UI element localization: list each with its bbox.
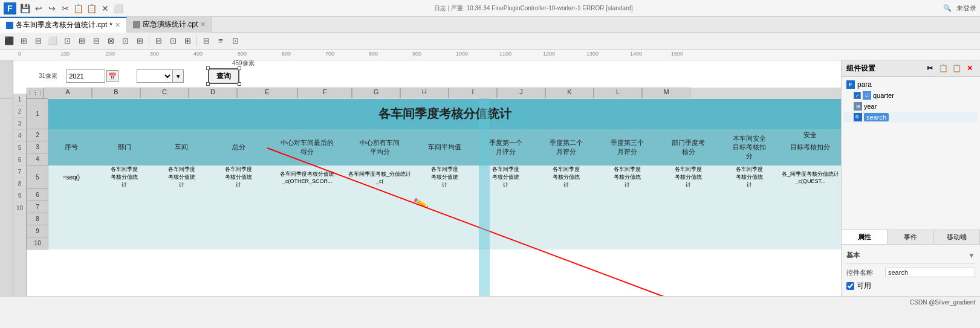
login-status[interactable]: 未登录 bbox=[956, 4, 976, 13]
row-num-2[interactable]: 2 bbox=[13, 106, 26, 118]
row-hdr-9[interactable]: 9 bbox=[27, 225, 48, 237]
tree-item-quarter[interactable]: ✓ ☑ quarter bbox=[844, 90, 978, 101]
calendar-icon[interactable]: 📅 bbox=[106, 70, 118, 82]
toolbar-btn-3[interactable]: ⊟ bbox=[31, 34, 45, 48]
col-header-j[interactable]: J bbox=[497, 88, 545, 98]
row-hdr-8[interactable]: 8 bbox=[27, 213, 48, 225]
row-num-4[interactable]: 4 bbox=[13, 130, 26, 142]
header-month3: 季度第三个月评分 bbox=[597, 129, 658, 166]
col-header-f[interactable]: F bbox=[297, 88, 352, 98]
col-header-h[interactable]: H bbox=[400, 88, 449, 98]
toolbar-btn-16[interactable]: ⊡ bbox=[229, 34, 242, 48]
control-name-input[interactable] bbox=[885, 268, 975, 277]
tab-events[interactable]: 事件 bbox=[888, 230, 933, 244]
tab-close-2[interactable]: ✕ bbox=[200, 21, 206, 28]
panel-header: 组件设置 ✂ 📋 📋 ✕ bbox=[842, 60, 980, 77]
row-hdr-4[interactable]: 4 bbox=[27, 153, 48, 166]
quarter-checkbox[interactable]: ✓ bbox=[854, 92, 861, 99]
gutter-top bbox=[0, 60, 13, 98]
basic-expand-icon[interactable]: ▼ bbox=[968, 251, 975, 260]
row-num-3[interactable]: 3 bbox=[13, 118, 26, 130]
row-hdr-10[interactable]: 10 bbox=[27, 237, 48, 249]
tab-close-1[interactable]: ✕ bbox=[115, 21, 120, 29]
col-header-e[interactable]: E bbox=[237, 88, 297, 98]
col-header-i[interactable]: I bbox=[449, 88, 497, 98]
year-input[interactable] bbox=[66, 69, 105, 83]
tree-item-para[interactable]: F para bbox=[844, 79, 978, 90]
delete-icon[interactable]: ✕ bbox=[100, 3, 111, 14]
col-header-m[interactable]: M bbox=[642, 88, 690, 98]
toolbar-btn-2[interactable]: ⊞ bbox=[17, 34, 30, 48]
redo-icon[interactable]: ↪ bbox=[47, 3, 57, 14]
toolbar-btn-8[interactable]: ⊠ bbox=[104, 34, 117, 48]
col-header-b[interactable]: B bbox=[92, 88, 140, 98]
cut-icon[interactable]: ✂ bbox=[60, 3, 71, 14]
copy-icon[interactable]: 📋 bbox=[73, 3, 84, 14]
undo-icon[interactable]: ↩ bbox=[33, 3, 44, 14]
ruler-mark-700: 700 bbox=[325, 51, 334, 57]
row-hdr-7[interactable]: 7 bbox=[27, 201, 48, 213]
toolbar-btn-13[interactable]: ⊞ bbox=[181, 34, 194, 48]
year-icon: ⊞ bbox=[854, 102, 862, 111]
row-hdr-5[interactable]: 5 bbox=[27, 166, 48, 189]
toolbar-btn-6[interactable]: ⊞ bbox=[75, 34, 88, 48]
enabled-checkbox[interactable] bbox=[846, 282, 854, 290]
toolbar-btn-5[interactable]: ⊡ bbox=[60, 34, 74, 48]
data-center-avg: 各车间季度考核_分值统计_c( bbox=[345, 166, 414, 189]
panel-delete-icon[interactable]: ✕ bbox=[964, 63, 975, 74]
tree-item-year[interactable]: ⊞ year bbox=[844, 101, 978, 112]
row-num-9[interactable]: 9 bbox=[13, 190, 26, 202]
toolbar-btn-1[interactable]: ⬛ bbox=[2, 34, 16, 48]
paste-icon[interactable]: 📋 bbox=[86, 3, 97, 14]
preview-icon[interactable]: ⬜ bbox=[113, 3, 124, 14]
tab-properties[interactable]: 属性 bbox=[842, 230, 888, 244]
save-icon[interactable]: 💾 bbox=[20, 3, 31, 14]
tab-mobile[interactable]: 移动端 bbox=[934, 230, 980, 244]
col-header-d[interactable]: D bbox=[189, 88, 237, 98]
tab-report1[interactable]: 各车间季度考核分值统计.cpt * ✕ bbox=[0, 17, 127, 33]
quarter-select[interactable] bbox=[137, 69, 173, 83]
year-param: 📅 bbox=[66, 69, 118, 83]
row-hdr-2[interactable]: 2 bbox=[27, 129, 48, 141]
ruler-mark-1200: 1200 bbox=[543, 51, 555, 57]
col-header-k[interactable]: K bbox=[545, 88, 594, 98]
col-header-c[interactable]: C bbox=[140, 88, 189, 98]
tab-report2[interactable]: 应急演练统计.cpt ✕ bbox=[127, 17, 212, 33]
toolbar-btn-10[interactable]: ⊞ bbox=[133, 34, 146, 48]
tree-label-year: year bbox=[864, 103, 877, 110]
row-hdr-1[interactable]: 1 bbox=[27, 99, 48, 129]
ruler-mark-1400: 1400 bbox=[630, 51, 642, 57]
row-num-1[interactable]: 1 bbox=[13, 94, 26, 106]
tree-item-search[interactable]: 🔍 search bbox=[844, 112, 978, 123]
panel-paste-icon[interactable]: 📋 bbox=[951, 63, 962, 74]
row-hdr-3[interactable]: 3 bbox=[27, 141, 48, 153]
search-icon-top[interactable]: 🔍 bbox=[943, 4, 952, 12]
table-row-9: 9 bbox=[27, 225, 842, 237]
row-num-10[interactable]: 10 bbox=[13, 202, 26, 214]
log-text: 日志 | 严重: 10.36.34 FinePluginController-1… bbox=[124, 4, 943, 13]
col-header-a[interactable]: A bbox=[44, 88, 92, 98]
query-button[interactable]: 查询 bbox=[208, 68, 239, 84]
col-header-g[interactable]: G bbox=[352, 88, 400, 98]
panel-copy-icon[interactable]: 📋 bbox=[938, 63, 949, 74]
row-num-5[interactable]: 5 bbox=[13, 142, 26, 154]
header-workshop-avg: 车间平均值 bbox=[414, 129, 475, 166]
select-arrow-icon[interactable]: ▼ bbox=[173, 69, 184, 83]
toolbar-btn-14[interactable]: ⊟ bbox=[200, 34, 213, 48]
col-header-l[interactable]: L bbox=[594, 88, 642, 98]
toolbar-btn-15[interactable]: ≡ bbox=[214, 34, 227, 48]
basic-section-header[interactable]: 基本 ▼ bbox=[846, 247, 975, 264]
panel-cut-icon[interactable]: ✂ bbox=[924, 63, 935, 74]
toolbar-btn-12[interactable]: ⊡ bbox=[166, 34, 180, 48]
data-seqno: =seq() bbox=[48, 166, 94, 189]
row-num-7[interactable]: 7 bbox=[13, 166, 26, 178]
row-num-6[interactable]: 6 bbox=[13, 154, 26, 166]
toolbar-btn-9[interactable]: ⊡ bbox=[118, 34, 132, 48]
toolbar-btn-11[interactable]: ⊟ bbox=[152, 34, 165, 48]
row-hdr-6[interactable]: 6 bbox=[27, 189, 48, 201]
empty-row-9 bbox=[48, 225, 841, 237]
designer-canvas[interactable]: 1 2 3 4 5 6 7 8 9 10 31像素 📅 bbox=[13, 60, 841, 296]
toolbar-btn-7[interactable]: ⊟ bbox=[89, 34, 103, 48]
row-num-8[interactable]: 8 bbox=[13, 178, 26, 190]
toolbar-btn-4[interactable]: ⬜ bbox=[46, 34, 59, 48]
